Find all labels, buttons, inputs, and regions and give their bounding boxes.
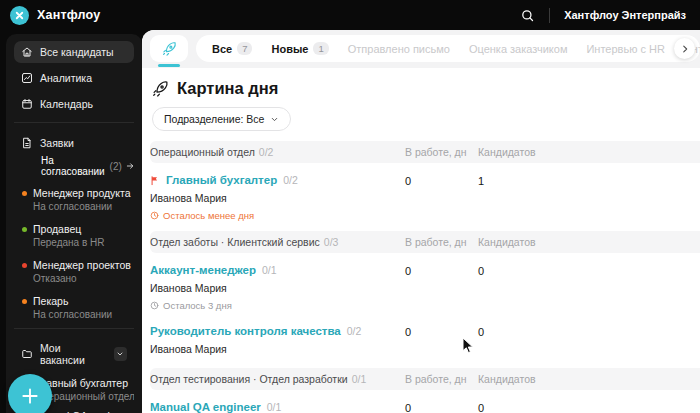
tab-all[interactable]: Все7 — [212, 42, 252, 55]
group-progress: 0/3 — [324, 236, 339, 248]
sidebar-item-label: Мои вакансии — [40, 342, 105, 366]
status-dot — [22, 227, 27, 232]
stage-tabs-bar: Все7 Новые1 Отправлено письмо Оценка зак… — [142, 30, 700, 68]
group-name: Операционный отдел — [150, 146, 255, 158]
candidates-value: 1 — [478, 174, 700, 187]
request-title: Пекарь — [33, 295, 68, 308]
clock-icon — [150, 301, 159, 310]
sidebar-item-label: Заявки — [40, 137, 74, 149]
tab-count-badge: 1 — [313, 42, 328, 55]
vacancy-link[interactable]: Главный бухгалтер — [166, 174, 277, 186]
table-group-header: Отдел тестирования · Отдел разработки0/1… — [150, 368, 700, 390]
sidebar-divider — [14, 122, 134, 123]
sidebar-item-label: Все кандидаты — [40, 46, 114, 58]
column-header-candidates: Кандидатов — [478, 236, 700, 248]
sidebar-item-calendar[interactable]: Календарь — [14, 93, 134, 115]
in-work-value: 0 — [405, 401, 478, 413]
tab-letter-sent[interactable]: Отправлено письмо — [348, 43, 450, 55]
sidebar-divider — [14, 328, 134, 329]
clock-icon — [150, 211, 159, 220]
tab-new[interactable]: Новые1 — [271, 42, 328, 55]
vacancy-link[interactable]: Руководитель контроля качества — [150, 325, 341, 337]
day-picture-content: Картина дня Подразделение: Все Операцион… — [142, 79, 700, 413]
vacancy-owner: Иванова Мария — [150, 282, 405, 294]
sidebar-item-requests[interactable]: Заявки — [14, 132, 134, 154]
candidates-value: 0 — [478, 401, 700, 413]
request-title: Менеджер проектов — [33, 259, 131, 272]
request-item[interactable]: Менеджер проектов Отказано — [22, 259, 134, 285]
candidates-value: 0 — [478, 264, 700, 277]
tab-hr-interview[interactable]: Интервью с HR — [586, 43, 664, 55]
requests-approval-filter[interactable]: На согласовании (2) — [41, 155, 134, 177]
vacancy-link[interactable]: Manual QA engineer — [150, 401, 261, 413]
tabs-scroll-right-button[interactable] — [674, 38, 695, 59]
division-filter-label: Подразделение: Все — [164, 113, 264, 125]
request-status: На согласовании — [33, 200, 134, 213]
request-item[interactable]: Пекарь На согласовании — [22, 295, 134, 321]
tab-day-picture[interactable] — [150, 35, 188, 62]
huntflow-logo-icon[interactable] — [10, 6, 29, 25]
request-title: Менеджер продукта — [33, 187, 131, 200]
status-dot — [22, 191, 27, 196]
chevron-right-icon — [680, 44, 690, 54]
sidebar-item-all-candidates[interactable]: Все кандидаты — [14, 41, 134, 63]
sidebar-item-my-vacancies[interactable]: Мои вакансии — [14, 338, 134, 370]
group-name: Отдел заботы · Клиентский сервис — [150, 236, 320, 248]
page-title: Картина дня — [177, 79, 278, 98]
topbar-divider — [549, 8, 550, 23]
filter-count: (2) — [110, 161, 122, 172]
table-group-header: Операционный отдел0/2 В работе, дн Канди… — [150, 141, 700, 163]
table-group-header: Отдел заботы · Клиентский сервис0/3 В ра… — [150, 231, 700, 253]
table-row: Главный бухгалтер 0/2 Иванова Мария Оста… — [150, 163, 700, 231]
vacancy-deadline: Осталось менее дня — [150, 210, 405, 221]
table-row: Аккаунт-менеджер 0/1 Иванова Мария Остал… — [150, 253, 700, 321]
sidebar-item-label: Календарь — [40, 98, 93, 110]
add-button[interactable] — [8, 374, 52, 413]
group-progress: 0/2 — [259, 146, 274, 158]
chevron-down-icon[interactable] — [114, 347, 127, 361]
page-title-row: Картина дня — [152, 79, 700, 98]
column-header-in-work: В работе, дн — [405, 236, 478, 248]
analytics-icon — [21, 72, 33, 84]
vacancy-owner: Иванова Мария — [150, 343, 405, 355]
vacancy-progress: 0/2 — [283, 174, 298, 186]
request-item[interactable]: Продавец Передана в HR — [22, 223, 134, 249]
request-status: На согласовании — [33, 308, 134, 321]
status-dot — [22, 299, 27, 304]
request-status: Передана в HR — [33, 236, 134, 249]
vacancy-owner: Иванова Мария — [150, 192, 405, 204]
sidebar-item-label: Аналитика — [40, 72, 92, 84]
column-header-candidates: Кандидатов — [478, 146, 700, 158]
plus-icon — [20, 386, 40, 406]
active-tab-indicator — [158, 64, 180, 67]
search-icon[interactable] — [520, 8, 535, 23]
top-bar: Хантфлоу Хантфлоу Энтерпрайз — [0, 0, 700, 30]
requests-icon — [21, 137, 33, 149]
filter-label: На согласовании — [41, 155, 106, 177]
vacancy-deadline: Осталось 3 дня — [150, 300, 405, 311]
vacancy-progress: 0/2 — [347, 325, 362, 337]
column-header-in-work: В работе, дн — [405, 146, 478, 158]
column-header-in-work: В работе, дн — [405, 373, 478, 385]
account-menu[interactable]: Хантфлоу Энтерпрайз — [564, 9, 686, 21]
candidates-value: 0 — [478, 325, 700, 338]
group-name: Отдел тестирования · Отдел разработки — [150, 373, 348, 385]
app-title: Хантфлоу — [37, 8, 100, 22]
home-icon — [21, 46, 33, 58]
calendar-icon — [21, 98, 33, 110]
rocket-icon — [152, 80, 169, 97]
tab-count-badge: 7 — [237, 42, 252, 55]
request-title: Продавец — [33, 223, 81, 236]
rocket-icon — [162, 41, 177, 56]
chevron-down-icon — [270, 115, 279, 124]
status-dot — [22, 263, 27, 268]
tab-client-review[interactable]: Оценка заказчиком — [469, 43, 568, 55]
folder-icon — [21, 348, 33, 360]
group-progress: 0/1 — [352, 373, 367, 385]
in-work-value: 0 — [405, 325, 478, 338]
division-filter-dropdown[interactable]: Подразделение: Все — [152, 107, 291, 131]
vacancy-link[interactable]: Аккаунт-менеджер — [150, 264, 256, 276]
sidebar-item-analytics[interactable]: Аналитика — [14, 67, 134, 89]
request-status: Отказано — [33, 272, 134, 285]
request-item[interactable]: Менеджер продукта На согласовании — [22, 187, 134, 213]
